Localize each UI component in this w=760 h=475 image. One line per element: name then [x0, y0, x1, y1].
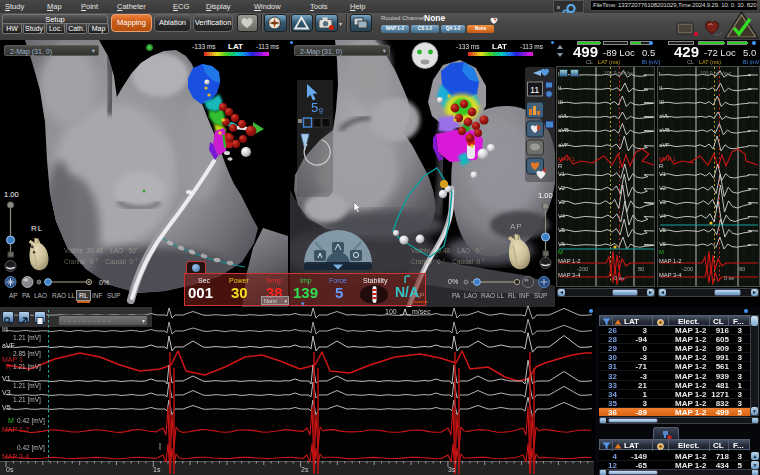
- svg-text:2s: 2s: [301, 466, 309, 473]
- svg-text:3s: 3s: [448, 466, 456, 473]
- svg-text:0s: 0s: [6, 466, 14, 473]
- svg-text:1s: 1s: [153, 466, 161, 473]
